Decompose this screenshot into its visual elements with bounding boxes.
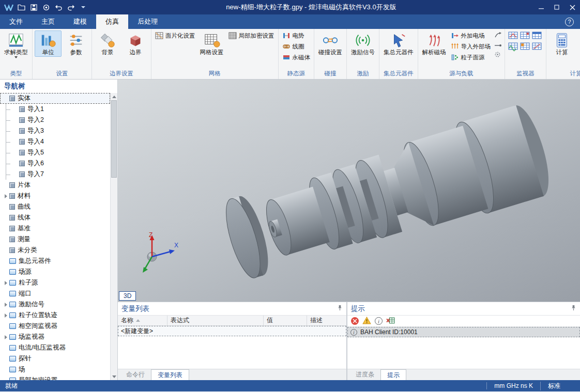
power-record-icon[interactable] [40,2,52,12]
tree-item[interactable]: 相空间监视器 [0,321,110,332]
magnet-button[interactable]: 永磁体 [281,52,312,62]
tree-item[interactable]: 导入3 [0,126,110,136]
tree-item[interactable]: 片体 [0,180,110,191]
tree-item[interactable]: 线体 [0,212,110,223]
tree-item[interactable]: 导入1 [0,104,110,115]
pin-icon[interactable] [571,305,576,312]
monitor-icon-5[interactable] [520,42,531,52]
export-excel-icon[interactable] [386,317,395,326]
tree-item[interactable]: 导入5 [0,147,110,158]
column-header-description[interactable]: 描述 [307,316,346,325]
tree-item[interactable]: 基准 [0,223,110,234]
tree-item[interactable]: 粒子位置轨迹 [0,310,110,321]
tree-item[interactable]: 激励信号 [0,299,110,310]
info-filter-icon[interactable]: i [375,317,383,325]
maximize-button[interactable] [549,0,564,14]
solve-type-button[interactable]: 求解类型 [2,30,30,59]
coil-button[interactable]: 线圈 [281,41,312,52]
external-efield-button[interactable]: 外加电场 [449,30,493,41]
field-line-tool-icon[interactable] [494,42,501,49]
potential-button[interactable]: 电势 [281,30,312,41]
message-row[interactable]: i BAH Client ID:10001 [347,327,580,337]
warning-filter-icon[interactable] [362,317,371,326]
excitation-signal-button[interactable]: 激励信号 [349,30,377,57]
nav-scrollbar[interactable] [110,93,117,380]
tree-item[interactable]: 导入6 [0,158,110,169]
tree-item[interactable]: 导入7 [0,169,110,180]
tab-file[interactable]: 文件 [0,14,32,29]
tree-item[interactable]: 测量 [0,234,110,245]
tab-simulation[interactable]: 仿真 [96,14,128,29]
status-units[interactable]: mm GHz ns K [486,382,540,389]
sweep-button[interactable]: 扫参 [576,30,580,57]
monitor-icon-1[interactable] [508,32,519,41]
compute-button[interactable]: 计算 [548,30,575,57]
undo-icon[interactable] [53,2,64,12]
tree-item[interactable]: 场监视器 [0,332,110,342]
scrollbar-thumb[interactable] [111,100,117,178]
new-variable-row[interactable]: <新建变量> [118,326,346,336]
column-header-value[interactable]: 值 [264,316,307,325]
background-button[interactable]: 背景 [94,30,121,57]
particle-face-source-button[interactable]: 粒子面源 [449,52,493,62]
status-standard[interactable]: 标准 [540,382,568,390]
lumped-element-button[interactable]: 集总元器件 [381,30,416,57]
boundary-button[interactable]: 边界 [122,30,149,57]
tab-tips[interactable]: 提示 [380,369,406,380]
help-button[interactable]: ? [565,18,574,26]
tree-item[interactable]: 粒子源 [0,277,110,288]
tab-modeling[interactable]: 建模 [64,14,96,29]
save-icon[interactable] [28,2,39,12]
expand-arrow-icon[interactable] [3,301,9,308]
expand-arrow-icon[interactable] [3,312,9,319]
viewport-3d[interactable]: Z X 3D [118,80,580,302]
tab-variable-list[interactable]: 变量列表 [151,369,189,380]
tree-item[interactable]: 实体 [0,93,110,104]
tree-item[interactable]: 集总元器件 [0,256,110,266]
scroll-down-icon[interactable] [111,373,117,380]
tab-command-line[interactable]: 命令行 [120,369,151,380]
view-tab-3d[interactable]: 3D [119,291,136,301]
tab-progress-bar[interactable]: 进度条 [349,369,380,380]
monitor-icon-3[interactable] [532,32,543,41]
analytic-field-button[interactable]: 解析磁场 [420,30,448,57]
expand-arrow-icon[interactable] [3,193,9,199]
collision-settings-button[interactable]: 碰撞设置 [316,30,344,57]
tree-item[interactable]: 电流/电压监视器 [0,342,110,353]
mesh-settings-button[interactable]: 网格设置 [198,30,226,57]
expand-arrow-icon[interactable] [3,334,9,340]
customize-toolbar-caret-icon[interactable] [78,2,89,12]
tree-item[interactable]: 导入2 [0,115,110,126]
open-file-icon[interactable] [16,2,27,12]
column-header-name[interactable]: 名称 [118,316,167,325]
tree-item[interactable]: 局部加密设置 [0,375,110,380]
redo-icon[interactable] [65,2,77,12]
tree-item[interactable]: 探针 [0,353,110,364]
close-button[interactable] [564,0,580,14]
tree-item[interactable]: 场源 [0,266,110,277]
facet-settings-button[interactable]: 面片化设置 [154,30,197,41]
tree-item[interactable]: 导入4 [0,136,110,147]
tab-home[interactable]: 主页 [32,14,64,29]
error-filter-icon[interactable] [351,317,359,325]
minimize-button[interactable] [533,0,549,14]
monitor-icon-6[interactable] [532,42,543,52]
pin-icon[interactable] [337,305,343,312]
tree-item[interactable]: 端口 [0,288,110,299]
tree-item[interactable]: 材料 [0,191,110,201]
column-header-expression[interactable]: 表达式 [167,316,264,325]
params-button[interactable]: 参数 [63,30,89,57]
scroll-up-icon[interactable] [111,93,117,100]
import-external-field-button[interactable]: 导入外部场 [449,41,493,52]
local-refine-button[interactable]: 局部加密设置 [227,30,276,41]
field-gear-tool-icon[interactable] [494,51,501,59]
unit-button[interactable]: 单位 [35,30,62,57]
field-curve-tool-icon[interactable] [494,32,501,40]
tree-item[interactable]: 场 [0,364,110,375]
monitor-icon-2[interactable] [520,32,531,41]
tab-postprocess[interactable]: 后处理 [128,14,167,29]
tree-item[interactable]: 曲线 [0,201,110,212]
monitor-icon-4[interactable] [508,42,519,52]
3d-model[interactable] [118,80,580,302]
tree-item[interactable]: 未分类 [0,245,110,256]
